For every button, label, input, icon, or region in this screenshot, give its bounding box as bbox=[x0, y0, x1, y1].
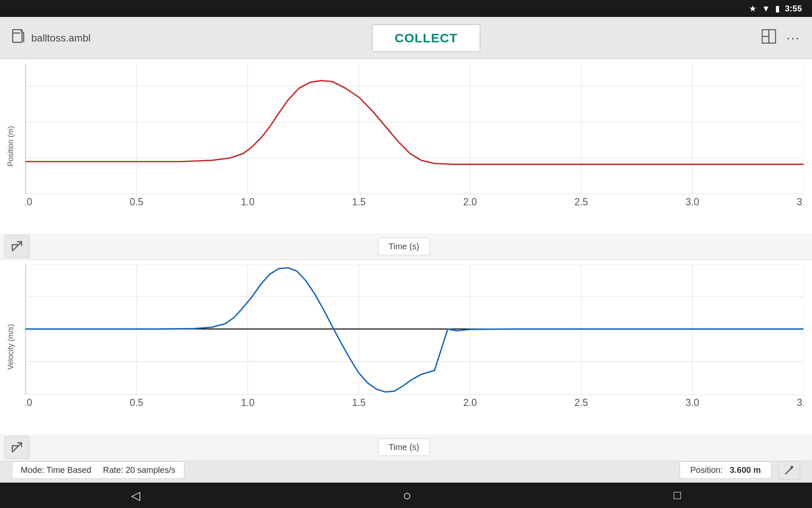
svg-text:2.5: 2.5 bbox=[574, 397, 588, 408]
svg-text:0.5: 0.5 bbox=[130, 196, 143, 207]
position-reading: 3.600 m bbox=[730, 465, 761, 475]
svg-text:3.0: 3.0 bbox=[686, 196, 699, 207]
charts-section: Position (m) bbox=[0, 59, 812, 457]
home-button[interactable]: ○ bbox=[403, 487, 411, 504]
battery-icon: ▮ bbox=[775, 3, 780, 14]
svg-text:2.0: 2.0 bbox=[463, 196, 477, 207]
layout-icon[interactable] bbox=[762, 29, 776, 47]
velocity-chart-inner: Velocity (m/s) bbox=[0, 260, 812, 434]
position-y-axis-label: Position (m) bbox=[0, 59, 21, 233]
bottom-bar: Mode: Time Based Rate: 20 samples/s Posi… bbox=[0, 457, 812, 483]
svg-text:3.0: 3.0 bbox=[686, 397, 699, 408]
position-chart-inner: Position (m) bbox=[0, 59, 812, 233]
clock: 3:55 bbox=[785, 4, 802, 14]
toolbar-left: balltoss.ambl bbox=[12, 29, 91, 47]
svg-text:2.0: 2.0 bbox=[463, 397, 477, 408]
toolbar-right: ··· bbox=[762, 29, 800, 47]
rate-text: Rate: 20 samples/s bbox=[103, 465, 176, 475]
position-label: Position: bbox=[690, 465, 723, 475]
position-chart-footer: Time (s) bbox=[0, 233, 812, 260]
mode-rate-info: Mode: Time Based Rate: 20 samples/s bbox=[12, 461, 184, 479]
collect-button[interactable]: COLLECT bbox=[372, 24, 480, 52]
status-bar: ★ ▼ ▮ 3:55 bbox=[0, 0, 812, 17]
svg-text:3.5: 3.5 bbox=[797, 397, 804, 408]
more-options-icon[interactable]: ··· bbox=[786, 30, 800, 46]
svg-text:1.0: 1.0 bbox=[241, 397, 255, 408]
velocity-chart-footer: Time (s) bbox=[0, 434, 812, 461]
velocity-chart-svg: 2 1 0 -1 -2 0.0 0.5 1.0 1.5 2.0 2.5 3.0 … bbox=[25, 264, 804, 417]
velocity-y-axis-label: Velocity (m/s) bbox=[0, 260, 21, 434]
velocity-time-label: Time (s) bbox=[378, 439, 430, 456]
back-button[interactable]: ◁ bbox=[131, 489, 140, 502]
svg-text:0.0: 0.0 bbox=[25, 397, 32, 408]
svg-text:1.5: 1.5 bbox=[352, 196, 365, 207]
toolbar: balltoss.ambl COLLECT ··· bbox=[0, 17, 812, 59]
svg-text:0.5: 0.5 bbox=[130, 397, 143, 408]
svg-text:0.0: 0.0 bbox=[25, 196, 32, 207]
bottom-right: Position: 3.600 m bbox=[680, 461, 800, 480]
position-value: Position: 3.600 m bbox=[680, 461, 771, 479]
svg-line-28 bbox=[12, 242, 22, 251]
content-area: Position (m) bbox=[0, 59, 812, 457]
position-chart-svg: 0.8 0.6 0.4 0.0 0.5 1.0 1.5 2.0 2.5 3.0 … bbox=[25, 64, 804, 216]
wrench-button[interactable] bbox=[778, 461, 800, 480]
wifi-icon: ▼ bbox=[762, 4, 770, 14]
svg-text:1.0: 1.0 bbox=[241, 196, 255, 207]
nav-bar: ◁ ○ □ bbox=[0, 483, 812, 508]
svg-text:2.5: 2.5 bbox=[574, 196, 588, 207]
svg-line-55 bbox=[12, 443, 22, 452]
file-icon bbox=[12, 29, 25, 47]
recents-button[interactable]: □ bbox=[674, 489, 681, 502]
position-time-label: Time (s) bbox=[378, 238, 430, 255]
position-chart-area: 0.8 0.6 0.4 0.0 0.5 1.0 1.5 2.0 2.5 3.0 … bbox=[21, 59, 812, 233]
svg-text:3.5: 3.5 bbox=[797, 196, 804, 207]
position-chart-panel: Position (m) bbox=[0, 59, 812, 260]
velocity-scale-button[interactable] bbox=[4, 436, 30, 459]
velocity-chart-area: 2 1 0 -1 -2 0.0 0.5 1.0 1.5 2.0 2.5 3.0 … bbox=[21, 260, 812, 434]
position-scale-button[interactable] bbox=[4, 235, 30, 258]
file-name: balltoss.ambl bbox=[31, 32, 91, 44]
mode-text: Mode: Time Based bbox=[21, 465, 91, 475]
velocity-chart-panel: Velocity (m/s) bbox=[0, 260, 812, 461]
svg-text:1.5: 1.5 bbox=[352, 397, 365, 408]
svg-rect-0 bbox=[13, 30, 22, 42]
bluetooth-icon: ★ bbox=[749, 3, 757, 14]
